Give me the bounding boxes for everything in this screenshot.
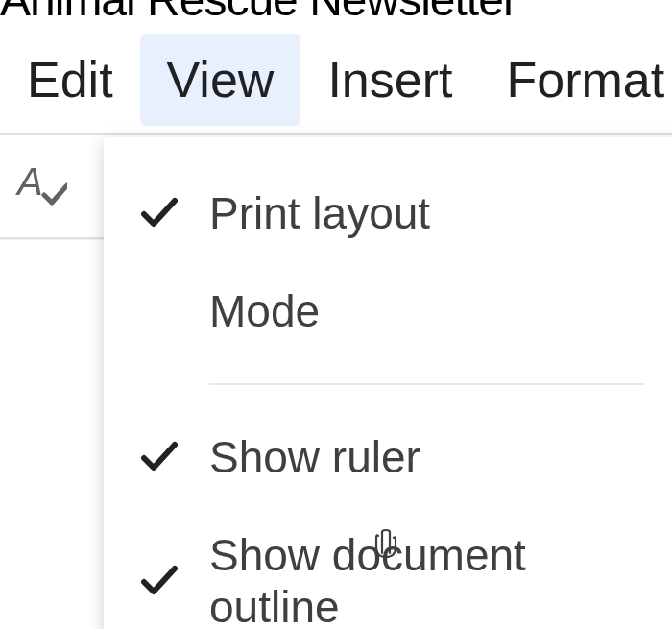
checkmark-icon	[138, 437, 179, 477]
menu-show-ruler[interactable]: Show ruler	[104, 408, 672, 506]
svg-text:A: A	[15, 162, 43, 203]
divider	[209, 383, 645, 385]
checkmark-icon	[138, 561, 179, 601]
menu-item-label: Print layout	[209, 187, 430, 239]
menu-view[interactable]: View	[140, 34, 301, 126]
menu-format[interactable]: Format	[479, 34, 672, 126]
menu-item-label: Show document outline	[209, 529, 645, 629]
document-title[interactable]: Animal Rescue Newsletter	[0, 0, 672, 34]
menu-item-label: Show ruler	[209, 431, 420, 483]
menu-edit[interactable]: Edit	[0, 34, 140, 126]
menu-bar: Edit View Insert Format	[0, 34, 672, 126]
checkmark-icon	[138, 193, 179, 233]
menu-item-label: Mode	[209, 285, 320, 337]
menu-print-layout[interactable]: Print layout	[104, 164, 672, 262]
menu-insert[interactable]: Insert	[300, 34, 479, 126]
pointer-cursor-icon	[372, 528, 399, 561]
menu-show-document-outline[interactable]: Show document outline	[104, 506, 672, 629]
spellcheck-icon[interactable]: A	[13, 162, 67, 210]
menu-mode[interactable]: Mode	[104, 262, 672, 360]
empty-check	[138, 291, 179, 331]
